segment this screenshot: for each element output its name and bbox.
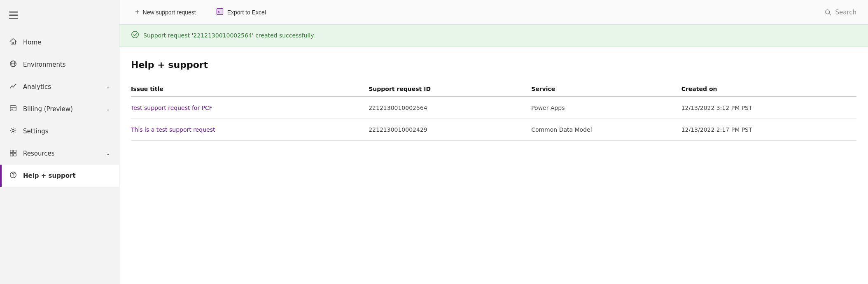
page-body: Help + support Issue title Support reque… (119, 47, 868, 284)
sidebar: Home Environments Analytics ⌄ (0, 0, 119, 284)
export-excel-label: Export to Excel (227, 9, 266, 16)
sidebar-item-settings-label: Settings (23, 128, 49, 135)
row2-issue-title[interactable]: This is a test support request (131, 119, 369, 141)
success-message: Support request '2212130010002564' creat… (143, 32, 315, 39)
col-header-request-id: Support request ID (369, 81, 531, 97)
sidebar-item-help-support[interactable]: Help + support (0, 165, 119, 187)
sidebar-item-resources-label: Resources (23, 150, 55, 157)
svg-text:X: X (217, 10, 220, 14)
home-icon (9, 38, 17, 47)
svg-rect-8 (12, 109, 13, 109)
analytics-chevron-icon: ⌄ (106, 84, 110, 90)
analytics-icon (9, 82, 17, 91)
search-button[interactable]: Search (824, 9, 856, 16)
col-header-created-on: Created on (681, 81, 856, 97)
col-header-service: Service (531, 81, 681, 97)
main-content: + New support request X Export to Excel … (119, 0, 868, 284)
row1-request-id: 2212130010002564 (369, 97, 531, 119)
svg-rect-1 (9, 15, 18, 16)
row2-service: Common Data Model (531, 119, 681, 141)
help-support-icon (9, 171, 17, 180)
plus-icon: + (135, 8, 140, 16)
svg-rect-12 (10, 154, 13, 156)
sidebar-item-resources[interactable]: Resources ⌄ (0, 142, 119, 165)
row2-request-id: 2212130010002429 (369, 119, 531, 141)
page-title: Help + support (131, 60, 856, 70)
table-body: Test support request for PCF 22121300100… (131, 97, 856, 141)
search-icon (824, 9, 832, 16)
row1-created-on: 12/13/2022 3:12 PM PST (681, 97, 856, 119)
table-row: Test support request for PCF 22121300100… (131, 97, 856, 119)
settings-icon (9, 127, 17, 136)
svg-point-21 (132, 31, 138, 38)
row1-issue-title[interactable]: Test support request for PCF (131, 97, 369, 119)
sidebar-item-environments-label: Environments (23, 61, 66, 68)
table-row: This is a test support request 221213001… (131, 119, 856, 141)
sidebar-item-analytics-label: Analytics (23, 83, 51, 91)
resources-icon (9, 149, 17, 158)
sidebar-item-billing-label: Billing (Preview) (23, 105, 73, 113)
billing-chevron-icon: ⌄ (106, 107, 110, 112)
sidebar-item-billing[interactable]: Billing (Preview) ⌄ (0, 98, 119, 120)
sidebar-item-help-support-label: Help + support (23, 172, 76, 179)
row1-service: Power Apps (531, 97, 681, 119)
svg-rect-10 (10, 150, 13, 153)
success-banner: Support request '2212130010002564' creat… (119, 25, 868, 47)
support-table: Issue title Support request ID Service C… (131, 81, 856, 141)
svg-rect-6 (10, 106, 16, 111)
excel-icon: X (216, 7, 224, 17)
svg-point-15 (13, 177, 13, 177)
environments-icon (9, 60, 17, 69)
toolbar: + New support request X Export to Excel … (119, 0, 868, 25)
svg-line-20 (829, 13, 831, 15)
export-excel-button[interactable]: X Export to Excel (212, 5, 270, 20)
sidebar-item-analytics[interactable]: Analytics ⌄ (0, 76, 119, 98)
new-support-request-label: New support request (143, 9, 196, 16)
svg-rect-0 (9, 12, 18, 13)
hamburger-button[interactable] (0, 4, 119, 28)
new-support-request-button[interactable]: + New support request (131, 5, 200, 19)
resources-chevron-icon: ⌄ (106, 151, 110, 156)
sidebar-item-settings[interactable]: Settings (0, 120, 119, 142)
svg-rect-2 (9, 18, 18, 19)
billing-icon (9, 105, 17, 114)
table-header: Issue title Support request ID Service C… (131, 81, 856, 97)
svg-point-9 (12, 129, 14, 131)
sidebar-item-home[interactable]: Home (0, 31, 119, 54)
success-check-icon (131, 30, 139, 40)
col-header-issue-title: Issue title (131, 81, 369, 97)
sidebar-nav: Home Environments Analytics ⌄ (0, 31, 119, 187)
row2-created-on: 12/13/2022 2:17 PM PST (681, 119, 856, 141)
svg-rect-13 (14, 154, 16, 156)
sidebar-item-home-label: Home (23, 39, 41, 46)
sidebar-item-environments[interactable]: Environments (0, 54, 119, 76)
search-label: Search (835, 9, 856, 16)
svg-rect-11 (14, 150, 16, 153)
svg-point-19 (826, 9, 830, 14)
